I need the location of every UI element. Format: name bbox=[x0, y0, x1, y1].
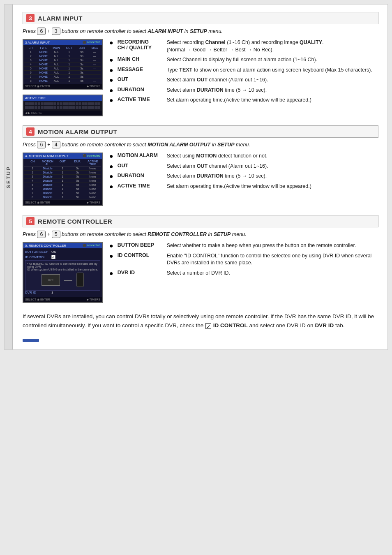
motion-grid-row: 6Disable15sNone bbox=[24, 187, 101, 191]
bullet-active-time: ● ACTIVE TIME Set alarm operating time.(… bbox=[109, 97, 378, 104]
rc-id-control-checkbox[interactable]: ✓ bbox=[51, 255, 55, 259]
rc-control-area: * As feature1: ID function to control th… bbox=[25, 260, 100, 291]
bullet-dot: ● bbox=[109, 67, 113, 74]
bullet-dot: ● bbox=[109, 87, 113, 94]
motion-grid-header: CHMOTION AL.OUTDUR.ACTIVE TIME bbox=[24, 160, 101, 166]
section-header-remote: 5 REMOTE CONTROLLER bbox=[23, 215, 378, 227]
alarm-grid-row: 8NONEALL15s— bbox=[24, 79, 101, 83]
rc-id-control-row: ID CONTROL ✓ bbox=[25, 255, 100, 259]
motion-screen-footer: SELECT ◉ ENTER▶ TIMERS bbox=[23, 200, 102, 205]
alarm-grid-row: 7NONEALL15s— bbox=[24, 75, 101, 79]
alarm-screen-grid: CHTYPEMAINOUTDURMSG 1NONEALL15s— 2NONEAL… bbox=[23, 45, 102, 84]
remote-controller-screen: 5. REMOTE CONTROLLER ⬛ connected BUTTON … bbox=[23, 242, 103, 303]
bullet-term: DURATION bbox=[118, 173, 163, 178]
remote-box bbox=[76, 273, 84, 287]
motion-grid-row: 5Disable15sNone bbox=[24, 183, 101, 187]
bullet-desc: Select alarm OUT channel (Alarm out 1~16… bbox=[167, 76, 268, 84]
bullet-dot: ● bbox=[109, 253, 113, 259]
section-title-remote: REMOTE CONTROLLER bbox=[38, 218, 112, 225]
bullet-desc: Select using MOTION detect function or n… bbox=[167, 153, 267, 160]
bullet-term: OUT bbox=[118, 76, 163, 82]
bullet-term: OUT bbox=[118, 163, 163, 169]
active-time-footer: ◀ ▶ TIMERS bbox=[23, 111, 102, 116]
rc-screen-title: 5. REMOTE CONTROLLER ⬛ connected bbox=[23, 243, 102, 248]
bullet-term: MESSAGE bbox=[118, 67, 163, 72]
bullet-desc: Type TEXT to show on screen at alarm act… bbox=[167, 67, 372, 74]
bullet-term: MAIN CH bbox=[118, 56, 163, 62]
bullet-motion-active-time: ● ACTIVE TIME Set alarm operating time.(… bbox=[109, 183, 378, 190]
bullet-motion-duration: ● DURATION Select alarm DURATION time (5… bbox=[109, 173, 378, 180]
motion-grid-row: 4Disable15sNone bbox=[24, 179, 101, 183]
section-header-motion: 4 MOTION ALARM OUTPUT bbox=[23, 125, 378, 138]
bullet-desc: Select whether to make a beep when you p… bbox=[167, 242, 356, 250]
bullet-dot: ● bbox=[109, 173, 113, 180]
bullet-desc: Select a number of DVR ID. bbox=[167, 270, 230, 277]
bullet-dot: ● bbox=[109, 163, 113, 170]
motion-screen-title: 4. MOTION ALARM OUTPUT ⬛ connected bbox=[23, 153, 102, 159]
key-box-4[interactable]: 4 bbox=[52, 141, 60, 148]
bullet-dot: ● bbox=[109, 77, 113, 83]
time-grid-row2 bbox=[25, 106, 100, 109]
motion-grid-row: 1Disable15sNone bbox=[24, 166, 101, 171]
bullet-desc: Select alarm DURATION time (5 → 10 sec). bbox=[167, 87, 267, 94]
bullet-out: ● OUT Select alarm OUT channel (Alarm ou… bbox=[109, 76, 378, 84]
remote-controller-content: 5. REMOTE CONTROLLER ⬛ connected BUTTON … bbox=[23, 242, 378, 303]
press-line-3: Press 6 + 3 buttons on remote controller… bbox=[23, 28, 378, 35]
dvr-box: DVR bbox=[42, 274, 60, 286]
key-box-5[interactable]: 5 bbox=[52, 231, 60, 238]
motion-grid-row: 8Disable15sNone bbox=[24, 195, 101, 199]
key-box-3[interactable]: 3 bbox=[52, 28, 60, 35]
alarm-screen-title: 3 ALARM INPUT ⬛ connected bbox=[23, 40, 102, 45]
rc-device-illustration: DVR bbox=[27, 273, 98, 287]
bullet-desc: Select alarm DURATION time (5 → 10 sec). bbox=[167, 173, 267, 180]
rc-button-beep-value: ON bbox=[51, 250, 56, 254]
bullet-term: ACTIVE TIME bbox=[118, 97, 163, 102]
bullet-desc: Select Channel to display by full screen… bbox=[167, 56, 318, 64]
rc-button-beep-row: BUTTON BEEP ON bbox=[25, 250, 100, 254]
motion-alarm-bullets: ● MOTION ALARM Select using MOTION detec… bbox=[109, 153, 378, 193]
bullet-term: ACTIVE TIME bbox=[118, 183, 163, 189]
bullet-term: MOTION ALARM bbox=[118, 153, 163, 158]
alarm-grid-header: CHTYPEMAINOUTDURMSG bbox=[24, 46, 101, 50]
bullet-id-control: ● ID CONTROL Enable "ID CONTROL" functio… bbox=[109, 252, 378, 267]
section-alarm-input: 3 ALARM INPUT Press 6 + 3 buttons on rem… bbox=[23, 12, 378, 116]
page-indicator bbox=[23, 339, 378, 342]
bullet-desc: Set alarm operating time.(Active time wi… bbox=[167, 97, 311, 104]
setup-label: SETUP bbox=[6, 166, 12, 188]
key-box-6b[interactable]: 6 bbox=[37, 141, 46, 148]
alarm-input-screens: 3 ALARM INPUT ⬛ connected CHTYPEMAINOUTD… bbox=[23, 39, 103, 116]
bullet-term: DURATION bbox=[118, 87, 163, 92]
active-time-screen: ACTIVE TIME bbox=[23, 95, 103, 116]
bullet-term: ID CONTROL bbox=[118, 252, 163, 258]
alarm-input-bullets: ● RECORDINGCH / QUALITY Select recording… bbox=[109, 39, 378, 107]
bullet-recording: ● RECORDINGCH / QUALITY Select recording… bbox=[109, 39, 378, 53]
rc-dvr-id-label: DVR ID bbox=[25, 291, 50, 294]
bullet-desc: Select recording Channel (1~16 Ch) and r… bbox=[167, 39, 324, 53]
bullet-term: BUTTON BEEP bbox=[118, 242, 163, 248]
motion-screen-grid: CHMOTION AL.OUTDUR.ACTIVE TIME 1Disable1… bbox=[23, 159, 102, 200]
rc-dvr-id-row: DVR ID 1 bbox=[25, 291, 100, 294]
bullet-dot: ● bbox=[109, 270, 113, 277]
bullet-motion-out: ● OUT Select alarm OUT channel (Alarm ou… bbox=[109, 163, 378, 170]
bullet-dot: ● bbox=[109, 57, 113, 63]
bullet-desc: Select alarm OUT channel (Alarm out 1~16… bbox=[167, 163, 268, 170]
alarm-grid-row: 3NONEALL15s— bbox=[24, 58, 101, 62]
active-time-title: ACTIVE TIME bbox=[23, 95, 102, 101]
remote-controller-bullets: ● BUTTON BEEP Select whether to make a b… bbox=[109, 242, 378, 280]
section-title-alarm-input: ALARM INPUT bbox=[38, 15, 83, 22]
motion-grid-row: 2Disable15sNone bbox=[24, 171, 101, 175]
section-motion-alarm: 4 MOTION ALARM OUTPUT Press 6 + 4 button… bbox=[23, 125, 378, 206]
active-time-body bbox=[23, 101, 102, 111]
key-box-6a[interactable]: 6 bbox=[37, 28, 46, 35]
bullet-term: RECORDINGCH / QUALITY bbox=[118, 39, 163, 51]
bullet-desc: Enable "ID CONTROL" function to control … bbox=[167, 252, 378, 267]
key-box-6c[interactable]: 6 bbox=[37, 231, 46, 238]
bullet-dot: ● bbox=[109, 243, 113, 249]
motion-alarm-screen: 4. MOTION ALARM OUTPUT ⬛ connected CHMOT… bbox=[23, 153, 103, 206]
motion-alarm-content: 4. MOTION ALARM OUTPUT ⬛ connected CHMOT… bbox=[23, 153, 378, 206]
alarm-grid-row: 1NONEALL15s— bbox=[24, 50, 101, 54]
bullet-button-beep: ● BUTTON BEEP Select whether to make a b… bbox=[109, 242, 378, 250]
bullet-dot: ● bbox=[109, 39, 113, 46]
rc-info-text: * As feature1: ID function to control th… bbox=[27, 262, 98, 271]
bottom-paragraph: If several DVRs are installed, you can c… bbox=[23, 312, 378, 331]
